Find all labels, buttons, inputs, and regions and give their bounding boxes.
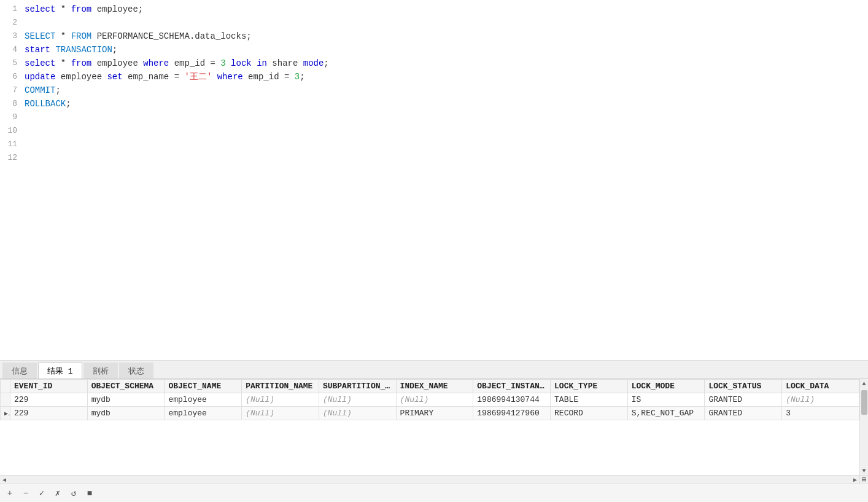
results-table-container[interactable]: EVENT_IDOBJECT_SCHEMAOBJECT_NAMEPARTITIO… bbox=[0, 379, 868, 475]
code-line: 2 bbox=[0, 16, 868, 29]
line-content[interactable]: SELECT * FROM PERFORMANCE_SCHEMA.data_lo… bbox=[25, 29, 868, 43]
token: ; bbox=[300, 72, 304, 82]
line-number: 12 bbox=[0, 151, 25, 165]
cell-object_name: employee bbox=[165, 407, 242, 420]
vertical-scrollbar[interactable]: ▲ ▼ bbox=[859, 379, 868, 475]
token: employee; bbox=[91, 4, 143, 14]
code-line: 3SELECT * FROM PERFORMANCE_SCHEMA.data_l… bbox=[0, 29, 868, 43]
token: emp_id = bbox=[243, 72, 295, 82]
cell-lock_data: 3 bbox=[782, 407, 859, 420]
code-line: 12 bbox=[0, 151, 868, 165]
line-number: 6 bbox=[0, 70, 25, 84]
table-row[interactable]: 229mydbemployee(Null)(Null)(Null)1986994… bbox=[1, 393, 859, 407]
token: set bbox=[107, 72, 122, 82]
cell-lock_data: (Null) bbox=[782, 393, 859, 407]
line-content[interactable]: select * from employee where emp_id = 3 … bbox=[25, 57, 868, 70]
token: PERFORMANCE_SCHEMA.data_locks; bbox=[91, 31, 251, 41]
tab-状态[interactable]: 状态 bbox=[119, 363, 153, 378]
token: ; bbox=[55, 85, 60, 95]
scroll-track[interactable] bbox=[9, 476, 851, 484]
line-number: 1 bbox=[0, 2, 25, 16]
token: '王二' bbox=[184, 72, 212, 82]
line-content[interactable]: ROLLBACK; bbox=[25, 97, 868, 111]
discard-button[interactable]: ✗ bbox=[52, 487, 64, 500]
token: 3 bbox=[295, 72, 300, 82]
bottom-toolbar: +−✓✗↺■ bbox=[0, 484, 868, 502]
token: * bbox=[55, 4, 71, 14]
col-header-lock_status[interactable]: LOCK_STATUS bbox=[705, 380, 782, 393]
tab-结果 1[interactable]: 结果 1 bbox=[38, 363, 82, 378]
refresh-button[interactable]: ↺ bbox=[68, 487, 80, 500]
line-content[interactable]: start TRANSACTION; bbox=[25, 43, 868, 57]
results-table: EVENT_IDOBJECT_SCHEMAOBJECT_NAMEPARTITIO… bbox=[0, 379, 859, 420]
line-content[interactable]: COMMIT; bbox=[25, 84, 868, 97]
line-content[interactable]: select * from employee; bbox=[25, 2, 868, 16]
cell-lock_mode: IS bbox=[627, 393, 705, 407]
col-header-object_name[interactable]: OBJECT_NAME bbox=[165, 380, 242, 393]
tab-剖析[interactable]: 剖析 bbox=[83, 363, 118, 378]
col-header-lock_type[interactable]: LOCK_TYPE bbox=[551, 380, 628, 393]
token: select bbox=[25, 4, 55, 14]
line-number: 9 bbox=[0, 111, 25, 124]
cell-partition_name: (Null) bbox=[242, 407, 319, 420]
token: ; bbox=[66, 99, 71, 109]
col-header-partition_name[interactable]: PARTITION_NAME bbox=[242, 380, 319, 393]
line-number: 8 bbox=[0, 97, 25, 111]
line-number: 11 bbox=[0, 138, 25, 151]
delete-row-button[interactable]: − bbox=[20, 487, 32, 500]
token: * bbox=[55, 31, 71, 41]
token: TRANSACTION bbox=[55, 45, 112, 55]
token: employee bbox=[55, 72, 107, 82]
code-line: 8ROLLBACK; bbox=[0, 97, 868, 111]
table-scroll-area[interactable]: EVENT_IDOBJECT_SCHEMAOBJECT_NAMEPARTITIO… bbox=[0, 379, 859, 475]
cell-lock_status: GRANTED bbox=[705, 393, 782, 407]
scroll-left-arrow[interactable]: ◀ bbox=[0, 476, 9, 484]
token: in bbox=[257, 58, 267, 68]
confirm-button[interactable]: ✓ bbox=[36, 487, 48, 500]
cell-object_instance_begin: 1986994130744 bbox=[473, 393, 551, 407]
token bbox=[252, 58, 257, 68]
col-header-lock_data[interactable]: LOCK_DATA bbox=[782, 380, 859, 393]
cell-subpartition_name: (Null) bbox=[319, 407, 396, 420]
token: update bbox=[25, 72, 55, 82]
code-line: 10 bbox=[0, 124, 868, 138]
line-content[interactable]: update employee set emp_name = '王二' wher… bbox=[25, 70, 868, 84]
token: mode bbox=[303, 58, 324, 68]
add-row-button[interactable]: + bbox=[4, 487, 16, 500]
scroll-down-arrow[interactable]: ▼ bbox=[860, 466, 869, 475]
code-line: 7COMMIT; bbox=[0, 84, 868, 97]
col-header-object_instance_begin[interactable]: OBJECT_INSTANCE_BEGIN bbox=[473, 380, 551, 393]
token: * bbox=[55, 58, 71, 68]
table-row[interactable]: ▶229mydbemployee(Null)(Null)PRIMARY19869… bbox=[1, 407, 859, 420]
col-header-object_schema[interactable]: OBJECT_SCHEMA bbox=[87, 380, 165, 393]
token bbox=[226, 58, 231, 68]
col-header-index_name[interactable]: INDEX_NAME bbox=[396, 380, 473, 393]
token: emp_name = bbox=[123, 72, 185, 82]
line-number: 10 bbox=[0, 124, 25, 138]
cell-partition_name: (Null) bbox=[242, 393, 319, 407]
cell-index_name: (Null) bbox=[396, 393, 473, 407]
col-indicator bbox=[1, 380, 10, 393]
horizontal-scrollbar[interactable]: ◀ ▶ ⊞ bbox=[0, 475, 868, 484]
token bbox=[212, 72, 217, 82]
token: emp_id = bbox=[169, 58, 220, 68]
col-header-event_id[interactable]: EVENT_ID bbox=[10, 380, 88, 393]
code-editor[interactable]: 1select * from employee;23SELECT * FROM … bbox=[0, 0, 868, 361]
token: where bbox=[143, 58, 169, 68]
cell-object_instance_begin: 1986994127960 bbox=[473, 407, 551, 420]
scroll-thumb[interactable] bbox=[861, 390, 867, 415]
token: lock bbox=[231, 58, 252, 68]
token: select bbox=[25, 58, 55, 68]
cell-lock_mode: S,REC_NOT_GAP bbox=[627, 407, 705, 420]
tab-信息[interactable]: 信息 bbox=[2, 363, 37, 378]
col-header-lock_mode[interactable]: LOCK_MODE bbox=[627, 380, 705, 393]
stop-button[interactable]: ■ bbox=[83, 487, 96, 500]
grid-view-icon[interactable]: ⊞ bbox=[859, 476, 868, 484]
scroll-right-arrow[interactable]: ▶ bbox=[851, 476, 859, 484]
token: ; bbox=[324, 58, 328, 68]
col-header-subpartition_name[interactable]: SUBPARTITION_NAME bbox=[319, 380, 396, 393]
scroll-up-arrow[interactable]: ▲ bbox=[860, 379, 869, 388]
token: start bbox=[25, 45, 50, 55]
token: ROLLBACK bbox=[25, 99, 66, 109]
token: share bbox=[267, 58, 303, 68]
